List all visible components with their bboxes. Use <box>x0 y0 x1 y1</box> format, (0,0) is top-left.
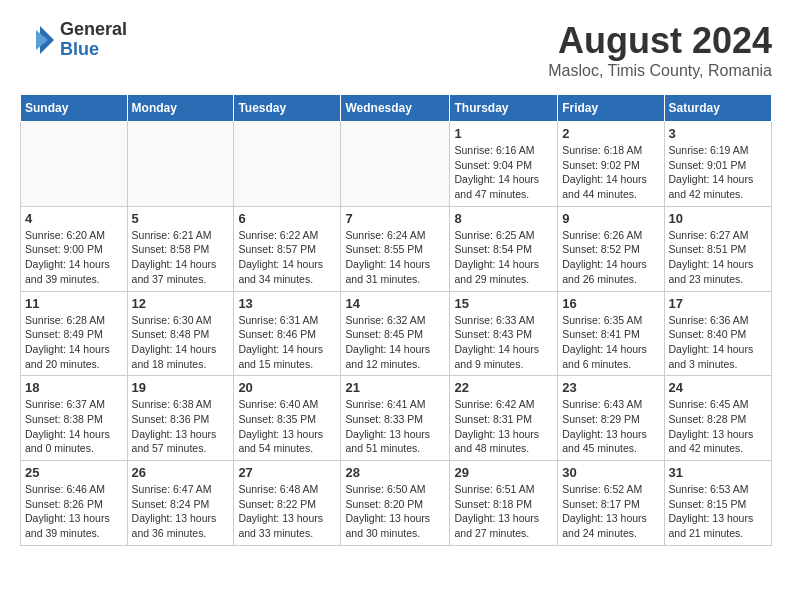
calendar-cell: 13Sunrise: 6:31 AM Sunset: 8:46 PM Dayli… <box>234 291 341 376</box>
day-number: 12 <box>132 296 230 311</box>
calendar-cell: 7Sunrise: 6:24 AM Sunset: 8:55 PM Daylig… <box>341 206 450 291</box>
day-number: 17 <box>669 296 767 311</box>
day-info: Sunrise: 6:53 AM Sunset: 8:15 PM Dayligh… <box>669 482 767 541</box>
weekday-header-wednesday: Wednesday <box>341 95 450 122</box>
calendar-cell <box>234 122 341 207</box>
calendar-cell: 5Sunrise: 6:21 AM Sunset: 8:58 PM Daylig… <box>127 206 234 291</box>
weekday-header-tuesday: Tuesday <box>234 95 341 122</box>
day-number: 28 <box>345 465 445 480</box>
weekday-header-sunday: Sunday <box>21 95 128 122</box>
day-number: 16 <box>562 296 659 311</box>
day-info: Sunrise: 6:18 AM Sunset: 9:02 PM Dayligh… <box>562 143 659 202</box>
logo: General Blue <box>20 20 127 60</box>
day-info: Sunrise: 6:51 AM Sunset: 8:18 PM Dayligh… <box>454 482 553 541</box>
logo-blue-text: Blue <box>60 40 127 60</box>
calendar-cell: 3Sunrise: 6:19 AM Sunset: 9:01 PM Daylig… <box>664 122 771 207</box>
calendar-cell: 10Sunrise: 6:27 AM Sunset: 8:51 PM Dayli… <box>664 206 771 291</box>
calendar-cell: 27Sunrise: 6:48 AM Sunset: 8:22 PM Dayli… <box>234 461 341 546</box>
calendar-week-5: 25Sunrise: 6:46 AM Sunset: 8:26 PM Dayli… <box>21 461 772 546</box>
day-info: Sunrise: 6:25 AM Sunset: 8:54 PM Dayligh… <box>454 228 553 287</box>
calendar-cell: 30Sunrise: 6:52 AM Sunset: 8:17 PM Dayli… <box>558 461 664 546</box>
calendar-cell: 29Sunrise: 6:51 AM Sunset: 8:18 PM Dayli… <box>450 461 558 546</box>
day-number: 13 <box>238 296 336 311</box>
calendar-cell: 24Sunrise: 6:45 AM Sunset: 8:28 PM Dayli… <box>664 376 771 461</box>
day-info: Sunrise: 6:22 AM Sunset: 8:57 PM Dayligh… <box>238 228 336 287</box>
day-info: Sunrise: 6:46 AM Sunset: 8:26 PM Dayligh… <box>25 482 123 541</box>
day-number: 29 <box>454 465 553 480</box>
calendar-cell: 19Sunrise: 6:38 AM Sunset: 8:36 PM Dayli… <box>127 376 234 461</box>
calendar-cell: 31Sunrise: 6:53 AM Sunset: 8:15 PM Dayli… <box>664 461 771 546</box>
calendar-cell: 20Sunrise: 6:40 AM Sunset: 8:35 PM Dayli… <box>234 376 341 461</box>
day-info: Sunrise: 6:40 AM Sunset: 8:35 PM Dayligh… <box>238 397 336 456</box>
calendar-cell: 17Sunrise: 6:36 AM Sunset: 8:40 PM Dayli… <box>664 291 771 376</box>
day-info: Sunrise: 6:19 AM Sunset: 9:01 PM Dayligh… <box>669 143 767 202</box>
day-info: Sunrise: 6:48 AM Sunset: 8:22 PM Dayligh… <box>238 482 336 541</box>
day-number: 3 <box>669 126 767 141</box>
day-number: 4 <box>25 211 123 226</box>
day-number: 30 <box>562 465 659 480</box>
calendar-cell: 16Sunrise: 6:35 AM Sunset: 8:41 PM Dayli… <box>558 291 664 376</box>
day-info: Sunrise: 6:26 AM Sunset: 8:52 PM Dayligh… <box>562 228 659 287</box>
day-number: 26 <box>132 465 230 480</box>
calendar-cell: 21Sunrise: 6:41 AM Sunset: 8:33 PM Dayli… <box>341 376 450 461</box>
title-section: August 2024 Masloc, Timis County, Romani… <box>548 20 772 80</box>
logo-general-text: General <box>60 20 127 40</box>
day-info: Sunrise: 6:41 AM Sunset: 8:33 PM Dayligh… <box>345 397 445 456</box>
day-info: Sunrise: 6:42 AM Sunset: 8:31 PM Dayligh… <box>454 397 553 456</box>
day-number: 20 <box>238 380 336 395</box>
day-info: Sunrise: 6:30 AM Sunset: 8:48 PM Dayligh… <box>132 313 230 372</box>
day-number: 9 <box>562 211 659 226</box>
day-info: Sunrise: 6:37 AM Sunset: 8:38 PM Dayligh… <box>25 397 123 456</box>
month-title: August 2024 <box>548 20 772 62</box>
day-info: Sunrise: 6:38 AM Sunset: 8:36 PM Dayligh… <box>132 397 230 456</box>
day-info: Sunrise: 6:32 AM Sunset: 8:45 PM Dayligh… <box>345 313 445 372</box>
day-info: Sunrise: 6:50 AM Sunset: 8:20 PM Dayligh… <box>345 482 445 541</box>
calendar-table: SundayMondayTuesdayWednesdayThursdayFrid… <box>20 94 772 546</box>
day-number: 11 <box>25 296 123 311</box>
calendar-cell: 6Sunrise: 6:22 AM Sunset: 8:57 PM Daylig… <box>234 206 341 291</box>
day-number: 27 <box>238 465 336 480</box>
day-info: Sunrise: 6:27 AM Sunset: 8:51 PM Dayligh… <box>669 228 767 287</box>
day-number: 10 <box>669 211 767 226</box>
calendar-cell <box>21 122 128 207</box>
calendar-cell <box>127 122 234 207</box>
day-number: 19 <box>132 380 230 395</box>
calendar-cell: 18Sunrise: 6:37 AM Sunset: 8:38 PM Dayli… <box>21 376 128 461</box>
calendar-cell: 8Sunrise: 6:25 AM Sunset: 8:54 PM Daylig… <box>450 206 558 291</box>
calendar-week-2: 4Sunrise: 6:20 AM Sunset: 9:00 PM Daylig… <box>21 206 772 291</box>
day-info: Sunrise: 6:36 AM Sunset: 8:40 PM Dayligh… <box>669 313 767 372</box>
weekday-header-thursday: Thursday <box>450 95 558 122</box>
calendar-cell: 23Sunrise: 6:43 AM Sunset: 8:29 PM Dayli… <box>558 376 664 461</box>
day-number: 2 <box>562 126 659 141</box>
day-info: Sunrise: 6:45 AM Sunset: 8:28 PM Dayligh… <box>669 397 767 456</box>
day-number: 23 <box>562 380 659 395</box>
day-number: 15 <box>454 296 553 311</box>
calendar-week-1: 1Sunrise: 6:16 AM Sunset: 9:04 PM Daylig… <box>21 122 772 207</box>
calendar-cell: 25Sunrise: 6:46 AM Sunset: 8:26 PM Dayli… <box>21 461 128 546</box>
calendar-cell: 14Sunrise: 6:32 AM Sunset: 8:45 PM Dayli… <box>341 291 450 376</box>
day-number: 7 <box>345 211 445 226</box>
day-info: Sunrise: 6:16 AM Sunset: 9:04 PM Dayligh… <box>454 143 553 202</box>
day-info: Sunrise: 6:33 AM Sunset: 8:43 PM Dayligh… <box>454 313 553 372</box>
calendar-cell: 1Sunrise: 6:16 AM Sunset: 9:04 PM Daylig… <box>450 122 558 207</box>
day-number: 31 <box>669 465 767 480</box>
calendar-cell: 9Sunrise: 6:26 AM Sunset: 8:52 PM Daylig… <box>558 206 664 291</box>
calendar-cell: 12Sunrise: 6:30 AM Sunset: 8:48 PM Dayli… <box>127 291 234 376</box>
calendar-cell: 2Sunrise: 6:18 AM Sunset: 9:02 PM Daylig… <box>558 122 664 207</box>
day-info: Sunrise: 6:28 AM Sunset: 8:49 PM Dayligh… <box>25 313 123 372</box>
weekday-header-monday: Monday <box>127 95 234 122</box>
calendar-cell: 15Sunrise: 6:33 AM Sunset: 8:43 PM Dayli… <box>450 291 558 376</box>
calendar-cell: 22Sunrise: 6:42 AM Sunset: 8:31 PM Dayli… <box>450 376 558 461</box>
calendar-cell: 28Sunrise: 6:50 AM Sunset: 8:20 PM Dayli… <box>341 461 450 546</box>
calendar-cell <box>341 122 450 207</box>
day-number: 21 <box>345 380 445 395</box>
day-info: Sunrise: 6:31 AM Sunset: 8:46 PM Dayligh… <box>238 313 336 372</box>
weekday-header-friday: Friday <box>558 95 664 122</box>
day-number: 18 <box>25 380 123 395</box>
day-number: 24 <box>669 380 767 395</box>
calendar-week-3: 11Sunrise: 6:28 AM Sunset: 8:49 PM Dayli… <box>21 291 772 376</box>
day-info: Sunrise: 6:35 AM Sunset: 8:41 PM Dayligh… <box>562 313 659 372</box>
day-number: 5 <box>132 211 230 226</box>
day-number: 14 <box>345 296 445 311</box>
calendar-cell: 4Sunrise: 6:20 AM Sunset: 9:00 PM Daylig… <box>21 206 128 291</box>
